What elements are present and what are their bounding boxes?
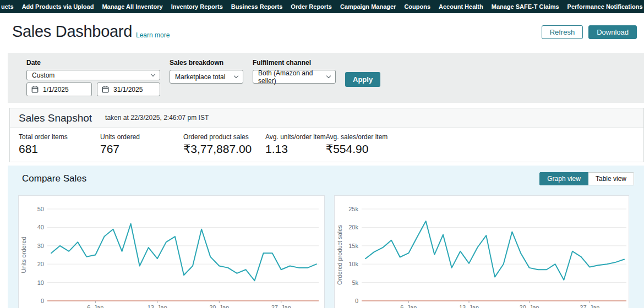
nav-item[interactable]: Performance Notifications xyxy=(567,3,643,10)
fulfilment-channel-label: Fulfilment channel xyxy=(253,59,336,67)
svg-text:13. Jan: 13. Jan xyxy=(148,304,167,308)
nav-item[interactable]: Campaign Manager xyxy=(340,3,396,10)
nav-item[interactable]: Add Products via Upload xyxy=(22,3,94,10)
chevron-down-icon xyxy=(326,74,331,78)
stat-label: Avg. units/order item xyxy=(265,133,326,141)
table-view-button[interactable]: Table view xyxy=(588,172,634,185)
date-filter-label: Date xyxy=(26,59,160,67)
end-date-input[interactable]: 31/1/2025 xyxy=(97,82,160,96)
date-range-value: Custom xyxy=(32,72,54,79)
svg-text:25k: 25k xyxy=(348,206,358,212)
svg-text:20: 20 xyxy=(37,261,44,267)
svg-text:20k: 20k xyxy=(348,224,358,230)
sales-breakdown-label: Sales breakdown xyxy=(170,59,243,67)
nav-item[interactable]: Manage SAFE-T Claims xyxy=(492,3,559,10)
svg-text:10: 10 xyxy=(37,279,44,286)
start-date-input[interactable]: 1/1/2025 xyxy=(26,82,92,96)
download-button[interactable]: Download xyxy=(588,25,637,39)
stat-label: Units ordered xyxy=(100,133,183,141)
chevron-down-icon xyxy=(234,74,238,78)
svg-text:40: 40 xyxy=(37,224,44,230)
svg-text:27. Jan: 27. Jan xyxy=(580,304,599,308)
snapshot-stat: Total order items 681 xyxy=(19,133,100,156)
stat-value: ₹554.90 xyxy=(326,142,388,156)
top-nav: ucts Add Products via Upload Manage All … xyxy=(0,0,644,13)
nav-item[interactable]: Inventory Reports xyxy=(171,3,223,10)
nav-item[interactable]: Business Reports xyxy=(231,3,283,10)
stat-value: ₹3,77,887.00 xyxy=(183,142,265,156)
sales-breakdown-value: Marketplace total xyxy=(175,73,225,81)
end-date-value: 31/1/2025 xyxy=(113,86,143,94)
page-header: Sales Dashboard Learn more Refresh Downl… xyxy=(0,13,644,53)
svg-text:Ordered product sales: Ordered product sales xyxy=(336,225,343,285)
calendar-icon[interactable] xyxy=(102,86,109,93)
units-ordered-chart[interactable]: 010203040506. Jan13. Jan20. Jan27. JanUn… xyxy=(18,195,325,308)
svg-text:5k: 5k xyxy=(352,279,358,286)
stat-value: 1.13 xyxy=(265,142,326,156)
sales-snapshot-panel: Sales Snapshot taken at 22/3/2025, 2:46:… xyxy=(9,108,644,162)
snapshot-timestamp: taken at 22/3/2025, 2:46:07 pm IST xyxy=(105,114,209,122)
refresh-button[interactable]: Refresh xyxy=(542,25,583,39)
ordered-product-sales-chart[interactable]: 05k10k15k20k25k6. Jan13. Jan20. Jan27. J… xyxy=(334,195,629,308)
svg-text:30: 30 xyxy=(37,243,44,249)
view-toggle: Graph view Table view xyxy=(539,172,634,185)
date-filter-group: Date Custom 1/1/2025 xyxy=(26,59,160,96)
svg-text:0: 0 xyxy=(355,298,358,304)
graph-view-button[interactable]: Graph view xyxy=(539,172,588,185)
learn-more-link[interactable]: Learn more xyxy=(136,31,170,39)
svg-text:13. Jan: 13. Jan xyxy=(459,304,479,308)
svg-text:27. Jan: 27. Jan xyxy=(271,304,291,308)
stat-value: 681 xyxy=(19,142,100,156)
fulfilment-channel-value: Both (Amazon and seller) xyxy=(258,69,327,85)
stat-value: 767 xyxy=(100,142,183,156)
svg-text:6. Jan: 6. Jan xyxy=(87,304,103,308)
ordered-product-sales-chart-svg[interactable]: 05k10k15k20k25k6. Jan13. Jan20. Jan27. J… xyxy=(335,196,630,308)
compare-sales-header: Compare Sales Graph view Table view xyxy=(8,172,644,185)
svg-text:50: 50 xyxy=(37,206,44,212)
page-title: Sales Dashboard xyxy=(12,23,132,41)
compare-sales-title: Compare Sales xyxy=(22,173,86,184)
snapshot-stat: Avg. units/order item 1.13 xyxy=(265,133,326,156)
svg-text:Units ordered: Units ordered xyxy=(20,237,27,273)
sales-snapshot-title: Sales Snapshot xyxy=(19,112,92,124)
compare-sales-section: Compare Sales Graph view Table view 0102… xyxy=(8,166,644,308)
svg-text:15k: 15k xyxy=(348,243,358,249)
nav-item[interactable]: Order Reports xyxy=(291,3,332,10)
svg-text:20. Jan: 20. Jan xyxy=(520,304,539,308)
fulfilment-channel-select[interactable]: Both (Amazon and seller) xyxy=(253,70,336,84)
sales-snapshot-header: Sales Snapshot taken at 22/3/2025, 2:46:… xyxy=(10,108,643,128)
snapshot-stat: Units ordered 767 xyxy=(100,133,183,156)
apply-button[interactable]: Apply xyxy=(345,72,380,87)
snapshot-stat: Ordered product sales ₹3,77,887.00 xyxy=(183,133,265,156)
date-range-select[interactable]: Custom xyxy=(26,70,160,80)
filter-bar: Date Custom 1/1/2025 xyxy=(8,53,644,103)
date-inputs-row: 1/1/2025 31/1/2025 xyxy=(26,82,160,96)
nav-item[interactable]: Coupons xyxy=(404,3,430,10)
svg-text:0: 0 xyxy=(41,298,44,304)
sales-breakdown-select[interactable]: Marketplace total xyxy=(170,70,243,84)
svg-text:10k: 10k xyxy=(348,261,358,267)
stat-label: Avg. sales/order item xyxy=(326,133,388,141)
stat-label: Ordered product sales xyxy=(183,133,265,141)
nav-item[interactable]: ucts xyxy=(1,3,14,10)
nav-item[interactable]: Account Health xyxy=(439,3,483,10)
svg-text:6. Jan: 6. Jan xyxy=(400,304,417,308)
top-nav-items: ucts Add Products via Upload Manage All … xyxy=(1,3,644,10)
snapshot-stats-row: Total order items 681 Units ordered 767 … xyxy=(10,128,643,162)
header-actions: Refresh Download xyxy=(542,25,637,39)
snapshot-stat: Avg. sales/order item ₹554.90 xyxy=(326,133,388,156)
chevron-down-icon xyxy=(151,72,155,76)
sales-breakdown-filter-group: Sales breakdown Marketplace total xyxy=(170,59,243,96)
fulfilment-channel-filter-group: Fulfilment channel Both (Amazon and sell… xyxy=(253,59,336,96)
stat-label: Total order items xyxy=(19,133,100,141)
nav-item[interactable]: Manage All Inventory xyxy=(102,3,162,10)
start-date-value: 1/1/2025 xyxy=(43,86,69,94)
calendar-icon[interactable] xyxy=(31,86,39,93)
svg-text:20. Jan: 20. Jan xyxy=(209,304,229,308)
units-ordered-chart-svg[interactable]: 010203040506. Jan13. Jan20. Jan27. JanUn… xyxy=(19,196,325,308)
charts-row: 010203040506. Jan13. Jan20. Jan27. JanUn… xyxy=(18,195,644,308)
